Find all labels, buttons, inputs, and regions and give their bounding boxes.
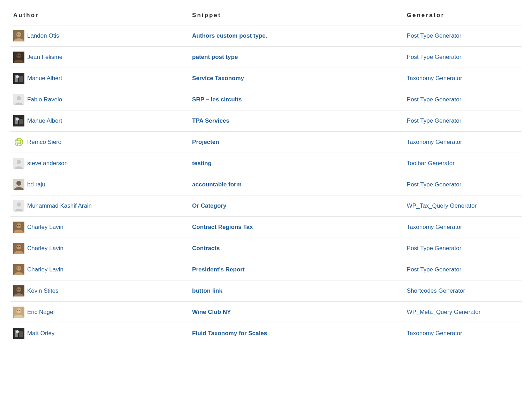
svg-point-3 xyxy=(20,34,21,35)
svg-point-36 xyxy=(17,246,18,247)
snippet-link[interactable]: patent post type xyxy=(192,54,238,60)
svg-point-37 xyxy=(20,246,21,247)
generator-link[interactable]: Taxonomy Generator xyxy=(407,224,462,230)
header-snippet: Snippet xyxy=(189,7,404,25)
avatar xyxy=(13,30,24,41)
avatar xyxy=(13,179,24,190)
author-link[interactable]: Landon Otis xyxy=(27,32,59,39)
svg-point-53 xyxy=(16,330,19,333)
snippets-table: Author Snippet Generator Landon OtisAuth… xyxy=(10,7,522,344)
author-link[interactable]: Eric Nagel xyxy=(27,309,54,316)
svg-point-32 xyxy=(17,225,18,226)
avatar xyxy=(13,52,24,63)
svg-point-2 xyxy=(17,34,18,35)
svg-point-33 xyxy=(20,225,21,226)
svg-point-23 xyxy=(17,160,21,164)
svg-point-17 xyxy=(16,118,19,121)
svg-point-26 xyxy=(17,183,18,184)
generator-link[interactable]: Taxonomy Generator xyxy=(407,75,462,82)
author-link[interactable]: Muhammad Kashif Arain xyxy=(27,202,92,209)
generator-link[interactable]: Post Type Generator xyxy=(407,181,462,188)
generator-link[interactable]: Taxonomy Generator xyxy=(407,139,462,145)
avatar xyxy=(13,73,24,84)
svg-point-5 xyxy=(16,53,21,58)
generator-link[interactable]: Toolbar Generator xyxy=(407,160,455,167)
svg-point-40 xyxy=(17,268,18,269)
author-link[interactable]: bd raju xyxy=(27,181,45,188)
generator-link[interactable]: Post Type Generator xyxy=(407,245,462,252)
snippet-link[interactable]: testing xyxy=(192,160,212,167)
table-row: Fabio RaveloSRP – les circuitsPost Type … xyxy=(10,89,522,110)
avatar xyxy=(13,94,24,105)
snippet-link[interactable]: Wine Club NY xyxy=(192,309,231,315)
svg-point-43 xyxy=(16,287,21,292)
generator-link[interactable]: Post Type Generator xyxy=(407,54,462,60)
svg-point-44 xyxy=(17,289,18,290)
author-link[interactable]: Charley Lavin xyxy=(27,266,63,273)
generator-link[interactable]: Post Type Generator xyxy=(407,266,462,273)
snippet-link[interactable]: Service Taxonomy xyxy=(192,75,244,82)
svg-point-39 xyxy=(16,266,21,271)
generator-link[interactable]: Shortcodes Generator xyxy=(407,287,465,294)
snippet-link[interactable]: President's Report xyxy=(192,266,244,273)
snippet-link[interactable]: accountable form xyxy=(192,181,242,188)
snippet-link[interactable]: Projecten xyxy=(192,139,219,145)
svg-rect-52 xyxy=(19,331,23,337)
author-link[interactable]: steve anderson xyxy=(27,160,68,167)
svg-point-11 xyxy=(16,75,19,78)
snippet-link[interactable]: button link xyxy=(192,287,222,294)
snippet-link[interactable]: Or Category xyxy=(192,202,226,209)
author-link[interactable]: Charley Lavin xyxy=(27,245,63,252)
avatar xyxy=(13,264,24,275)
snippet-link[interactable]: TPA Services xyxy=(192,117,229,124)
author-link[interactable]: Fabio Ravelo xyxy=(27,96,62,103)
svg-point-35 xyxy=(16,245,21,249)
author-link[interactable]: Kevin Stites xyxy=(27,287,59,294)
table-row: Jean Felismepatent post typePost Type Ge… xyxy=(10,47,522,68)
author-link[interactable]: ManuelAlbert xyxy=(27,75,62,82)
author-link[interactable]: Jean Felisme xyxy=(27,54,62,61)
header-author: Author xyxy=(10,7,189,25)
table-row: Kevin Stitesbutton linkShortcodes Genera… xyxy=(10,280,522,302)
svg-rect-16 xyxy=(19,119,23,124)
generator-link[interactable]: Post Type Generator xyxy=(407,117,462,124)
generator-link[interactable]: WP_Meta_Query Generator xyxy=(407,309,481,315)
generator-link[interactable]: WP_Tax_Query Generator xyxy=(407,202,477,209)
avatar xyxy=(13,222,24,233)
svg-point-13 xyxy=(17,96,21,100)
table-row: Remco SieroProjectenTaxonomy Generator xyxy=(10,132,522,153)
snippet-link[interactable]: Authors custom post type. xyxy=(192,32,267,39)
table-row: Charley LavinPresident's ReportPost Type… xyxy=(10,259,522,280)
table-row: Charley LavinContract Regions TaxTaxonom… xyxy=(10,217,522,238)
author-link[interactable]: ManuelAlbert xyxy=(27,117,62,124)
svg-point-1 xyxy=(16,32,21,37)
snippet-link[interactable]: Contracts xyxy=(192,245,220,252)
svg-rect-10 xyxy=(19,76,23,82)
svg-point-48 xyxy=(17,310,18,311)
svg-point-25 xyxy=(16,181,21,186)
table-row: ManuelAlbertTPA ServicesPost Type Genera… xyxy=(10,110,522,132)
table-row: Matt OrleyFluid Taxonomy for ScalesTaxon… xyxy=(10,323,522,344)
table-row: bd rajuaccountable formPost Type Generat… xyxy=(10,174,522,195)
generator-link[interactable]: Post Type Generator xyxy=(407,32,462,39)
snippet-link[interactable]: SRP – les circuits xyxy=(192,96,242,103)
table-row: Landon OtisAuthors custom post type.Post… xyxy=(10,25,522,47)
avatar xyxy=(13,328,24,339)
avatar xyxy=(13,243,24,254)
avatar xyxy=(13,137,24,148)
generator-link[interactable]: Taxonomy Generator xyxy=(407,330,462,337)
table-row: steve andersontestingToolbar Generator xyxy=(10,153,522,174)
generator-link[interactable]: Post Type Generator xyxy=(407,96,462,103)
author-link[interactable]: Matt Orley xyxy=(27,330,54,337)
svg-point-31 xyxy=(16,223,21,228)
snippet-link[interactable]: Contract Regions Tax xyxy=(192,224,253,230)
svg-point-27 xyxy=(20,183,21,184)
svg-point-7 xyxy=(20,55,21,56)
author-link[interactable]: Remco Siero xyxy=(27,139,61,146)
author-link[interactable]: Charley Lavin xyxy=(27,224,63,231)
snippet-link[interactable]: Fluid Taxonomy for Scales xyxy=(192,330,267,337)
table-row: Charley LavinContractsPost Type Generato… xyxy=(10,238,522,259)
avatar xyxy=(13,307,24,318)
table-row: ManuelAlbertService TaxonomyTaxonomy Gen… xyxy=(10,68,522,89)
table-row: Muhammad Kashif ArainOr CategoryWP_Tax_Q… xyxy=(10,195,522,217)
